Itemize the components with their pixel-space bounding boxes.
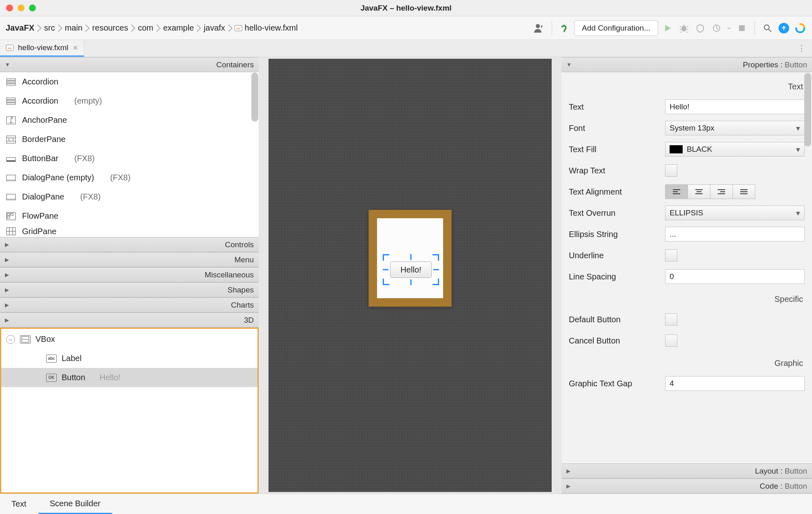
library-item[interactable]: BorderPane [0, 130, 259, 149]
button-icon: OK [46, 374, 57, 382]
svg-rect-12 [7, 84, 16, 85]
svg-rect-17 [7, 136, 16, 143]
library-3d-header[interactable]: ▶3D [0, 312, 259, 328]
underline-checkbox[interactable] [665, 249, 677, 261]
align-justify-button[interactable] [732, 184, 755, 199]
library-item[interactable]: FlowPane [0, 206, 259, 226]
library-item[interactable]: AnchorPane [0, 111, 259, 130]
svg-rect-3 [563, 27, 567, 32]
user-icon[interactable] [532, 21, 546, 35]
resize-handle-icon[interactable] [410, 279, 412, 285]
properties-header[interactable]: ▼ Properties : Button [561, 57, 812, 72]
svg-text:<>: <> [236, 27, 240, 31]
scrollbar[interactable] [804, 73, 811, 146]
scrollbar[interactable] [251, 73, 258, 122]
sync-upload-icon[interactable] [777, 21, 791, 35]
library-containers-header[interactable]: ▼ Containers [0, 57, 259, 72]
left-panel: ▼ Containers Accordion Accordion (empty)… [0, 57, 261, 494]
vbox-preview[interactable]: Hello! [377, 218, 443, 298]
expand-arrow-icon: ▶ [5, 241, 9, 248]
text-align-toggle [665, 184, 805, 199]
ellipsis-input[interactable]: ... [665, 227, 805, 241]
library-item[interactable]: Accordion [0, 72, 259, 91]
align-left-button[interactable] [665, 184, 688, 199]
breadcrumb: JavaFX src main resources com example ja… [5, 23, 299, 33]
section-label: Containers [216, 60, 254, 69]
text-fill-selector[interactable]: BLACK▾ [665, 142, 805, 157]
design-canvas-wrap: Hello! [261, 57, 559, 494]
build-hammer-icon[interactable] [558, 21, 572, 35]
selected-button-preview[interactable]: Hello! [390, 261, 432, 278]
breadcrumb-item[interactable]: resources [91, 23, 129, 33]
resize-handle-icon[interactable] [383, 279, 389, 285]
library-menu-header[interactable]: ▶Menu [0, 252, 259, 267]
design-canvas[interactable]: Hello! [268, 59, 552, 492]
chevron-right-icon [196, 24, 201, 32]
code-header[interactable]: ▶ Code : Button [561, 479, 812, 494]
window-title: JavaFX – hello-view.fxml [0, 4, 812, 13]
close-window-button[interactable] [6, 4, 13, 11]
layout-header[interactable]: ▶ Layout : Button [561, 463, 812, 479]
breadcrumb-item[interactable]: com [137, 23, 154, 33]
collapse-toggle-icon[interactable]: – [6, 335, 15, 344]
text-overrun-selector[interactable]: ELLIPSIS▾ [665, 206, 805, 220]
maximize-window-button[interactable] [29, 4, 36, 11]
resize-handle-icon[interactable] [433, 279, 439, 285]
font-selector[interactable]: System 13px▾ [665, 121, 805, 135]
resize-handle-icon[interactable] [433, 254, 439, 261]
fxml-file-icon: <> [234, 24, 242, 32]
svg-point-4 [681, 26, 686, 31]
library-item[interactable]: DialogPane (empty) (FX8) [0, 168, 259, 187]
default-button-checkbox[interactable] [665, 313, 677, 326]
resize-handle-icon[interactable] [383, 269, 388, 270]
resize-handle-icon[interactable] [410, 254, 412, 260]
ide-logo-icon[interactable] [793, 21, 807, 35]
breadcrumb-item[interactable]: main [64, 23, 83, 33]
library-item[interactable]: ButtonBar (FX8) [0, 149, 259, 168]
text-input[interactable]: Hello! [665, 100, 805, 114]
minimize-window-button[interactable] [18, 4, 24, 11]
graphic-text-gap-input[interactable]: 4 [665, 376, 805, 391]
root-container-preview[interactable]: Hello! [368, 210, 452, 307]
library-item[interactable]: Accordion (empty) [0, 91, 259, 111]
library-item[interactable]: GridPane [0, 226, 259, 237]
tab-options-icon[interactable]: ⋮ [791, 40, 812, 57]
resize-handle-icon[interactable] [433, 269, 439, 270]
run-config-label: Add Configuration... [582, 24, 650, 33]
hierarchy-node-label[interactable]: abc Label [1, 349, 257, 368]
svg-rect-10 [7, 79, 16, 80]
breadcrumb-file[interactable]: hello-view.fxml [244, 23, 299, 33]
library-controls-header[interactable]: ▶Controls [0, 237, 259, 252]
library-misc-header[interactable]: ▶Miscellaneous [0, 267, 259, 282]
chevron-down-icon[interactable] [726, 21, 732, 35]
align-right-button[interactable] [710, 184, 733, 199]
cancel-button-checkbox[interactable] [665, 335, 677, 347]
hierarchy-node-button[interactable]: OK Button Hello! [1, 368, 257, 387]
breadcrumb-project[interactable]: JavaFX [5, 23, 35, 33]
tab-scene-builder[interactable]: Scene Builder [38, 494, 113, 514]
close-tab-icon[interactable]: ✕ [73, 44, 78, 52]
breadcrumb-item[interactable]: src [43, 23, 56, 33]
resize-handle-icon[interactable] [383, 254, 389, 261]
profiler-icon[interactable] [710, 21, 723, 35]
tab-text-view[interactable]: Text [0, 494, 38, 514]
search-icon[interactable] [761, 21, 774, 35]
library-charts-header[interactable]: ▶Charts [0, 297, 259, 312]
breadcrumb-item[interactable]: example [162, 23, 195, 33]
debug-bug-icon[interactable] [677, 21, 691, 35]
breadcrumb-item[interactable]: javafx [203, 23, 226, 33]
stop-icon[interactable] [735, 21, 749, 35]
align-center-button[interactable] [688, 184, 710, 199]
run-play-icon[interactable] [661, 21, 674, 35]
run-config-selector[interactable]: Add Configuration... [574, 20, 658, 36]
coverage-icon[interactable] [693, 21, 707, 35]
container-dialogpane-icon [6, 193, 16, 202]
library-shapes-header[interactable]: ▶Shapes [0, 282, 259, 297]
chevron-right-icon [228, 24, 233, 32]
library-item[interactable]: DialogPane (FX8) [0, 187, 259, 206]
wrap-text-checkbox[interactable] [665, 164, 677, 177]
line-spacing-input[interactable]: 0 [665, 269, 805, 284]
editor-tab-active[interactable]: <> hello-view.fxml ✕ [0, 40, 84, 57]
hierarchy-node-vbox[interactable]: – VBox [1, 330, 257, 349]
expand-arrow-icon: ▼ [566, 62, 572, 68]
